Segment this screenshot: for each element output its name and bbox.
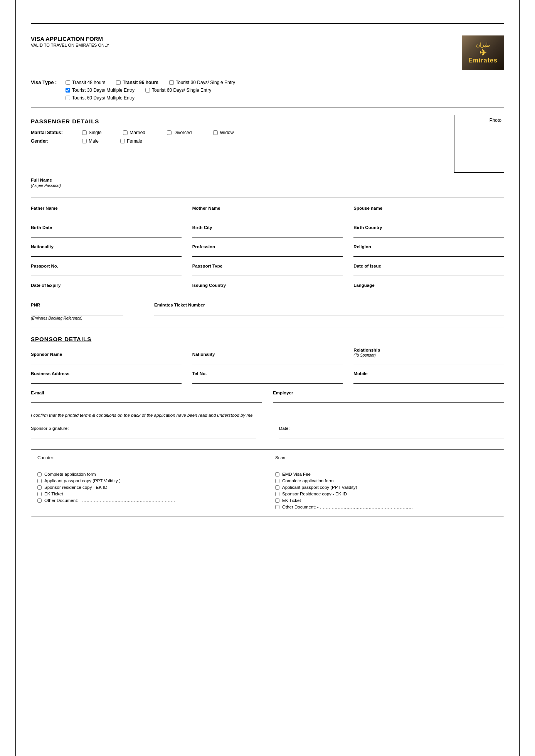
check-other-right-checkbox[interactable]: [275, 505, 279, 509]
check-passport-copy-right-checkbox[interactable]: [275, 485, 279, 490]
check-sponsor-residence-right[interactable]: Sponsor Residence copy - EK ID: [275, 492, 498, 496]
check-ek-ticket-right[interactable]: EK Ticket: [275, 498, 498, 503]
widow-label: Widow: [220, 130, 234, 135]
birth-date-input[interactable]: [31, 231, 182, 237]
date-of-issue-input[interactable]: [353, 269, 504, 276]
language-input[interactable]: [353, 288, 504, 295]
tourist30multiple-option[interactable]: Tourist 30 Days/ Multiple Entry: [66, 88, 135, 93]
pnr-input[interactable]: [31, 308, 123, 315]
check-other-left-label: Other Document: - ………………………………………………………: [44, 498, 175, 503]
logo-symbol: ✈: [479, 49, 486, 57]
check-ek-ticket-left-checkbox[interactable]: [37, 492, 42, 496]
passport-type-input[interactable]: [192, 269, 343, 276]
divorced-option[interactable]: Divorced: [167, 130, 192, 135]
passport-no-input[interactable]: [31, 269, 182, 276]
scan-input[interactable]: [275, 460, 498, 467]
check-other-left[interactable]: Other Document: - ………………………………………………………: [37, 498, 260, 503]
mother-name-input[interactable]: [192, 211, 343, 218]
single-checkbox[interactable]: [82, 130, 87, 135]
tourist60single-checkbox[interactable]: [145, 88, 150, 93]
single-option[interactable]: Single: [82, 130, 101, 135]
widow-option[interactable]: Widow: [213, 130, 234, 135]
scan-label: Scan:: [275, 455, 286, 460]
check-complete-app-left-label: Complete application form: [44, 472, 96, 476]
check-passport-copy-right[interactable]: Applicant passport copy (PPT Validity): [275, 485, 498, 490]
female-checkbox[interactable]: [120, 139, 125, 143]
check-passport-copy-left-checkbox[interactable]: [37, 479, 42, 483]
marital-status-label: Marital Status:: [31, 130, 71, 135]
counter-input[interactable]: [37, 460, 260, 467]
female-option[interactable]: Female: [120, 138, 142, 144]
birth-country-input[interactable]: [353, 231, 504, 237]
transit48-checkbox[interactable]: [66, 80, 70, 85]
tel-no-input[interactable]: [192, 377, 343, 384]
divorced-checkbox[interactable]: [167, 130, 172, 135]
transit48-option[interactable]: Transit 48 hours: [66, 80, 105, 85]
check-emd-fee[interactable]: EMD Visa Fee: [275, 472, 498, 476]
form-title: VISA APPLICATION FORM: [31, 35, 109, 42]
counter-label: Counter:: [37, 455, 54, 460]
nationality-input[interactable]: [31, 250, 182, 257]
email-input[interactable]: [31, 396, 262, 403]
date-expiry-input[interactable]: [31, 288, 182, 295]
business-address-label: Business Address: [31, 371, 182, 376]
male-checkbox[interactable]: [82, 139, 87, 143]
issuing-country-input[interactable]: [192, 288, 343, 295]
check-ek-ticket-right-checkbox[interactable]: [275, 498, 279, 503]
sponsor-nationality-input[interactable]: [192, 357, 343, 364]
male-option[interactable]: Male: [82, 138, 99, 144]
check-other-left-checkbox[interactable]: [37, 498, 42, 503]
tourist60multiple-checkbox[interactable]: [66, 96, 70, 100]
transit48-label: Transit 48 hours: [72, 80, 105, 85]
date-expiry-label: Date of Expiry: [31, 283, 182, 288]
tourist60single-option[interactable]: Tourist 60 Days/ Single Entry: [145, 88, 211, 93]
check-complete-app-right[interactable]: Complete application form: [275, 478, 498, 483]
tourist30single-label: Tourist 30 Days/ Single Entry: [176, 80, 235, 85]
transit96-option[interactable]: Transit 96 hours: [116, 80, 158, 85]
check-sponsor-residence-left-checkbox[interactable]: [37, 485, 42, 490]
religion-input[interactable]: [353, 250, 504, 257]
sponsor-details-heading: SPONSOR DETAILS: [31, 336, 504, 342]
check-ek-ticket-left[interactable]: EK Ticket: [37, 492, 260, 496]
check-sponsor-residence-right-label: Sponsor Residence copy - EK ID: [282, 492, 347, 496]
employer-input[interactable]: [273, 396, 504, 403]
tourist30multiple-label: Tourist 30 Days/ Multiple Entry: [72, 88, 135, 93]
check-emd-fee-checkbox[interactable]: [275, 472, 279, 476]
full-name-sublabel: (As per Passport): [31, 184, 61, 188]
mobile-input[interactable]: [353, 377, 504, 384]
married-option[interactable]: Married: [123, 130, 145, 135]
relationship-label: Relationship: [353, 348, 504, 352]
check-passport-copy-left[interactable]: Applicant passport copy (PPT Validity ): [37, 478, 260, 483]
widow-checkbox[interactable]: [213, 130, 218, 135]
full-name-input[interactable]: [31, 190, 504, 197]
tel-no-label: Tel No.: [192, 371, 343, 376]
sponsor-name-input[interactable]: [31, 357, 182, 364]
married-checkbox[interactable]: [123, 130, 128, 135]
business-address-input[interactable]: [31, 377, 182, 384]
tourist30multiple-checkbox[interactable]: [66, 88, 70, 93]
father-name-input[interactable]: [31, 211, 182, 218]
check-complete-app-right-checkbox[interactable]: [275, 479, 279, 483]
transit96-label: Transit 96 hours: [123, 80, 158, 85]
sponsor-signature-line[interactable]: [31, 431, 256, 438]
bottom-box: Counter: Scan: Complete application form…: [31, 449, 504, 517]
check-complete-app-left-checkbox[interactable]: [37, 472, 42, 476]
check-complete-app-left[interactable]: Complete application form: [37, 472, 260, 476]
logo-brand: Emirates: [468, 57, 498, 64]
transit96-checkbox[interactable]: [116, 80, 121, 85]
tourist30single-checkbox[interactable]: [169, 80, 174, 85]
single-label: Single: [89, 130, 101, 135]
tourist60multiple-option[interactable]: Tourist 60 Days/ Multiple Entry: [66, 95, 135, 101]
tourist30single-option[interactable]: Tourist 30 Days/ Single Entry: [169, 80, 235, 85]
tourist60multiple-label: Tourist 60 Days/ Multiple Entry: [72, 95, 135, 101]
spouse-name-input[interactable]: [353, 211, 504, 218]
profession-input[interactable]: [192, 250, 343, 257]
check-sponsor-residence-left[interactable]: Sponsor residence copy - EK ID: [37, 485, 260, 490]
date-line[interactable]: [279, 431, 504, 438]
emirates-ticket-input[interactable]: [154, 308, 504, 315]
check-other-right[interactable]: Other Document: - ………………………………………………………: [275, 505, 498, 509]
check-sponsor-residence-right-checkbox[interactable]: [275, 492, 279, 496]
relationship-input[interactable]: [353, 357, 504, 364]
date-label: Date:: [279, 426, 504, 431]
birth-city-input[interactable]: [192, 231, 343, 237]
